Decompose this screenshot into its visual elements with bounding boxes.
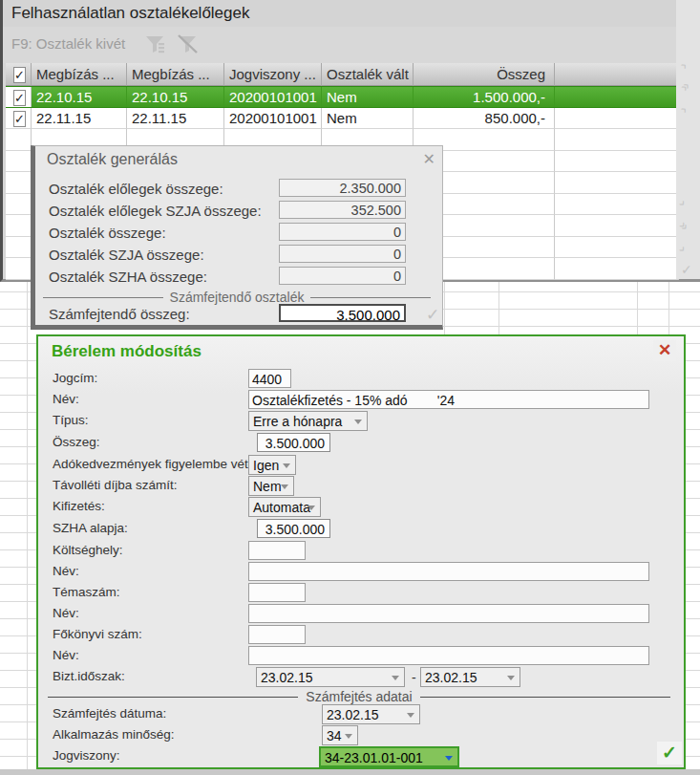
row-checkbox-cell bbox=[6, 87, 32, 107]
koltseghely-nev-input[interactable] bbox=[248, 562, 649, 581]
confirm-check-icon[interactable]: ✓ bbox=[426, 305, 439, 325]
right-rail: › » › › » › ✓ bbox=[676, 0, 700, 279]
fokonyvi-nev-input[interactable] bbox=[248, 646, 649, 665]
column-header[interactable]: Megbízás ... bbox=[127, 63, 224, 86]
column-header[interactable]: Osztalék vált bbox=[322, 63, 414, 86]
window-toolbar: F9: Osztalék kivét bbox=[3, 27, 700, 63]
field-row: Osztalék előlegek SZJA összege: 352.500 bbox=[35, 201, 442, 221]
bizt-idoszak-to-select[interactable]: 23.02.15 bbox=[420, 667, 520, 687]
szha-alapja-input[interactable]: 3.500.000 bbox=[257, 519, 330, 538]
temaszam-input[interactable] bbox=[248, 583, 306, 602]
dividend-szha-field[interactable]: 0 bbox=[279, 267, 406, 285]
field-label: Név: bbox=[53, 392, 79, 406]
bizt-idoszak-from-select[interactable]: 23.02.15 bbox=[256, 667, 405, 687]
advance-szja-field[interactable]: 352.500 bbox=[279, 201, 406, 219]
field-row: Alkalmazás minőség: 34 bbox=[38, 724, 684, 745]
section-separator: Számfejtendő osztalék bbox=[43, 290, 431, 305]
field-row: Kifizetés: Automata bbox=[38, 496, 684, 517]
row-checkbox[interactable] bbox=[13, 90, 26, 106]
tipus-select[interactable]: Erre a hónapra bbox=[248, 411, 368, 431]
field-row: Osztalék összege: 0 bbox=[35, 223, 442, 243]
nev-input[interactable]: Osztalékfizetés - 15% adó '24 bbox=[248, 390, 649, 409]
column-header[interactable]: Megbízás ... bbox=[32, 63, 127, 86]
confirm-check-icon[interactable]: ✓ bbox=[657, 742, 682, 764]
field-row: Összeg: 3.500.000 bbox=[38, 432, 684, 453]
filter-icon[interactable] bbox=[144, 33, 167, 56]
osszeg-input[interactable]: 3.500.000 bbox=[257, 433, 330, 452]
jogcim-input[interactable]: 4400 bbox=[248, 369, 291, 388]
section-separator: Számfejtés adatai bbox=[48, 689, 670, 704]
cell-megbizas-2: 22.11.15 bbox=[127, 108, 224, 130]
check-mark-icon: ✓ bbox=[681, 262, 692, 277]
close-icon[interactable]: ✕ bbox=[653, 340, 676, 361]
chevron-mark-icon: » bbox=[676, 218, 692, 234]
cell-jogviszony: 20200101001 bbox=[224, 87, 322, 107]
field-label: Név: bbox=[53, 606, 79, 620]
field-row: Távolléti díjba számít: Nem bbox=[38, 475, 684, 496]
screen: Felhasználatlan osztalékelőlegek › F9: O… bbox=[0, 0, 700, 775]
table-row[interactable]: 22.11.15 22.11.15 20200101001 Nem 850.00… bbox=[6, 108, 679, 130]
chevron-mark-icon: » bbox=[676, 78, 692, 95]
dividend-szja-field[interactable]: 0 bbox=[279, 245, 406, 263]
adokedvezmeny-select[interactable]: Igen bbox=[248, 455, 296, 475]
field-row: Jogcím: 4400 bbox=[38, 368, 684, 389]
field-label: Számfejtés dátuma: bbox=[53, 706, 166, 721]
field-label: Kifizetés: bbox=[53, 499, 105, 513]
field-label: Jogcím: bbox=[53, 371, 97, 385]
row-checkbox-cell bbox=[6, 108, 32, 130]
chevron-mark-icon: › bbox=[676, 58, 690, 73]
field-label: Távolléti díjba számít: bbox=[53, 478, 178, 492]
chevron-down-icon bbox=[345, 734, 352, 739]
close-icon[interactable]: ✕ bbox=[423, 150, 435, 168]
wage-item-dialog: Bérelem módosítás ✕ Jogcím: 4400 Név: Os… bbox=[36, 334, 686, 769]
cell-empty bbox=[555, 87, 679, 107]
field-label: Osztalék előlegek összege: bbox=[49, 181, 223, 197]
tavolleti-select[interactable]: Nem bbox=[248, 476, 294, 496]
field-label: Típus: bbox=[53, 413, 89, 427]
column-header[interactable] bbox=[555, 63, 679, 86]
dividend-total-field[interactable]: 0 bbox=[279, 223, 406, 241]
table-row[interactable]: 22.10.15 22.10.15 20200101001 Nem 1.500.… bbox=[6, 86, 679, 108]
advance-total-field[interactable]: 2.350.000 bbox=[279, 179, 406, 197]
jogviszony-select[interactable]: 34-23.01.01-001 bbox=[319, 746, 459, 767]
cell-megbizas-1: 22.11.15 bbox=[32, 108, 127, 130]
field-label: Adókedvezmények figyelembe vétele: bbox=[53, 457, 269, 471]
header-checkbox-cell bbox=[6, 63, 32, 86]
chevron-down-icon bbox=[308, 506, 315, 510]
field-row: Főkönyvi szám: bbox=[38, 624, 684, 645]
field-label: Számfejtendő összeg: bbox=[49, 306, 190, 322]
cell-megbizas-2: 22.10.15 bbox=[127, 87, 224, 107]
kifizetes-select[interactable]: Automata bbox=[248, 497, 321, 517]
payable-amount-input[interactable]: 3.500.000 bbox=[279, 304, 406, 322]
szamfejtes-datuma-select[interactable]: 23.02.15 bbox=[322, 704, 420, 724]
row-checkbox[interactable] bbox=[13, 111, 26, 127]
field-row: Költséghely: bbox=[38, 540, 684, 561]
field-row: Számfejtés dátuma: 23.02.15 bbox=[38, 703, 684, 724]
cell-osztalek-valt: Nem bbox=[322, 108, 414, 130]
cell-osszeg: 850.000,- bbox=[414, 108, 555, 130]
dialog-title: Bérelem módosítás bbox=[52, 342, 202, 361]
field-label: Témaszám: bbox=[53, 585, 120, 599]
alkalmazas-minoseg-select[interactable]: 34 bbox=[322, 725, 358, 745]
koltseghely-input[interactable] bbox=[248, 541, 306, 560]
chevron-down-icon bbox=[354, 420, 362, 424]
field-row: Név: bbox=[38, 603, 684, 624]
temaszam-nev-input[interactable] bbox=[248, 604, 649, 623]
select-all-checkbox[interactable] bbox=[13, 67, 26, 83]
dialog-title: Osztalék generálás bbox=[47, 151, 178, 168]
filter-clear-icon[interactable] bbox=[177, 33, 200, 56]
column-header[interactable]: Jogviszony ... bbox=[224, 63, 322, 86]
field-row: Név: bbox=[38, 645, 684, 666]
field-row: Jogviszony: 34-23.01.01-001 bbox=[38, 745, 684, 766]
cell-osszeg: 1.500.000,- bbox=[414, 87, 555, 107]
field-label: Osztalék előlegek SZJA összege: bbox=[49, 203, 262, 219]
field-row: Név: Osztalékfizetés - 15% adó '24 bbox=[38, 389, 684, 410]
fokonyvi-szam-input[interactable] bbox=[248, 625, 306, 644]
column-header[interactable]: Összeg bbox=[414, 63, 555, 86]
field-row: Név: bbox=[38, 561, 684, 582]
cell-jogviszony: 20200101001 bbox=[224, 108, 322, 130]
field-row: Típus: Erre a hónapra bbox=[38, 410, 684, 431]
field-label: Név: bbox=[53, 564, 79, 578]
field-row: Osztalék SZHA összege: 0 bbox=[35, 267, 442, 287]
field-label: Osztalék SZJA összege: bbox=[49, 247, 204, 263]
